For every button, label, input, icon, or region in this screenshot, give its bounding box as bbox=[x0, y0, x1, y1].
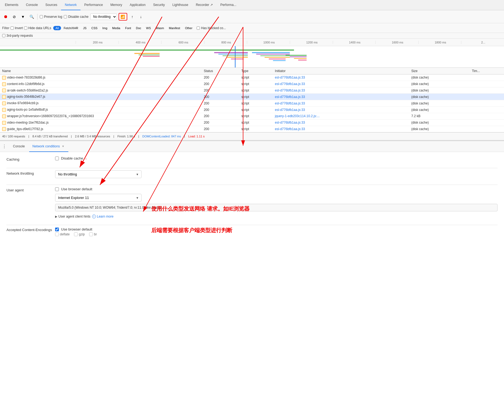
record-button[interactable]: ⏺ bbox=[2, 13, 9, 20]
learn-more-link[interactable]: Learn more bbox=[97, 215, 113, 218]
br-checkbox[interactable] bbox=[89, 232, 93, 236]
initiator-link[interactable]: esl-d776bfb1aa.js:33 bbox=[275, 89, 305, 92]
file-icon bbox=[2, 121, 6, 125]
initiator-link[interactable]: jquery-1-edb203c114.10.2.js:... bbox=[275, 114, 320, 118]
disable-cache-row: Disable cache · bbox=[55, 156, 498, 160]
table-row[interactable]: content-info-12dbf9fb6d.js 200 script es… bbox=[0, 81, 504, 87]
filter-type-media[interactable]: Media bbox=[110, 26, 122, 30]
initiator-link[interactable]: esl-d776bfb1aa.js:33 bbox=[275, 95, 305, 99]
export-har-button[interactable]: ↓ bbox=[137, 13, 145, 20]
filter-icon-button[interactable]: ▼ bbox=[19, 13, 26, 20]
tab-network[interactable]: Network bbox=[61, 0, 80, 10]
tab-console[interactable]: Console bbox=[22, 0, 42, 10]
initiator-link[interactable]: esl-d776bfb1aa.js:33 bbox=[275, 82, 305, 86]
user-agent-label: User agent bbox=[6, 187, 55, 218]
filter-type-wasm[interactable]: Wasm bbox=[154, 26, 166, 30]
deflate-checkbox-label[interactable]: deflate bbox=[55, 232, 70, 236]
deflate-checkbox[interactable] bbox=[55, 232, 59, 236]
timeline-tick: 400 ms bbox=[119, 41, 162, 44]
table-row[interactable]: ai-talk-switch-55b86ed2a2.js 200 script … bbox=[0, 87, 504, 94]
col-initiator[interactable]: Initiator bbox=[273, 68, 409, 74]
throttling-select[interactable]: No throttlingFast 3GSlow 3GOfflineAdd... bbox=[55, 170, 142, 178]
initiator-link[interactable]: esl-d776bfb1aa.js:33 bbox=[275, 76, 305, 79]
network-conditions-icon-button[interactable]: 📶 bbox=[119, 13, 127, 21]
svg-rect-14 bbox=[269, 59, 285, 59]
file-icon bbox=[2, 101, 6, 105]
close-network-conditions-button[interactable]: × bbox=[61, 144, 65, 148]
initiator-link[interactable]: esl-d776bfb1aa.js:33 bbox=[275, 121, 305, 124]
has-blocked-checkbox[interactable] bbox=[197, 26, 200, 30]
filter-type-font[interactable]: Font bbox=[123, 26, 133, 30]
tab-performance[interactable]: Performance bbox=[80, 0, 107, 10]
tab-lighthouse[interactable]: Lighthouse bbox=[169, 0, 192, 10]
dom-content-loaded: DOMContentLoaded: 847 ms bbox=[142, 135, 181, 138]
network-conditions-panel: Caching Disable cache · Network throttli… bbox=[0, 152, 504, 247]
filter-input-wrap: Filter Invert Hide data URLs bbox=[2, 26, 51, 30]
use-browser-default-enc-checkbox[interactable] bbox=[55, 228, 59, 231]
client-hints-row[interactable]: ▶ User agent client hints i Learn more bbox=[55, 215, 498, 218]
import-har-button[interactable]: ↑ bbox=[129, 13, 136, 20]
hide-data-urls-label[interactable]: Hide data URLs bbox=[24, 26, 51, 30]
third-party-label[interactable]: 3rd-party requests bbox=[2, 34, 502, 38]
three-dots-icon[interactable]: ⋮ bbox=[2, 144, 6, 149]
preserve-log-checkbox[interactable] bbox=[40, 15, 43, 18]
table-row[interactable]: wrapper.js?cdnversion=1688097202207&_=16… bbox=[0, 113, 504, 119]
ua-select[interactable]: Internet Explorer 11Chrome - MacChrome -… bbox=[55, 194, 142, 202]
table-row[interactable]: aging-tools-35648b2e67.js 200 script esl… bbox=[0, 94, 504, 100]
hide-data-urls-checkbox[interactable] bbox=[24, 26, 27, 30]
bottom-tab-network-conditions[interactable]: Network conditions × bbox=[29, 141, 68, 152]
col-type[interactable]: Type bbox=[239, 68, 273, 74]
initiator-link[interactable]: esl-d776bfb1aa.js:33 bbox=[275, 101, 305, 105]
use-browser-default-checkbox[interactable] bbox=[55, 187, 59, 191]
initiator-link[interactable]: esl-d776bfb1aa.js:33 bbox=[275, 127, 305, 131]
initiator-link[interactable]: esl-d776bfb1aa.js:33 bbox=[275, 108, 305, 112]
network-toolbar: ⏺ ⊘ ▼ 🔍 Preserve log Disable cache No th… bbox=[0, 10, 504, 23]
filter-type-fetch/xhr[interactable]: Fetch/XHR bbox=[62, 26, 80, 30]
timeline-header: 200 ms400 ms600 ms800 ms1000 ms1200 ms14… bbox=[0, 39, 504, 46]
filter-type-css[interactable]: CSS bbox=[89, 26, 100, 30]
filter-type-img[interactable]: Img bbox=[100, 26, 109, 30]
caching-section: Caching Disable cache · bbox=[6, 156, 498, 161]
filter-type-manifest[interactable]: Manifest bbox=[167, 26, 182, 30]
tab-application[interactable]: Application bbox=[126, 0, 149, 10]
table-row[interactable]: invoke-97e9694cb9.js 200 script esl-d776… bbox=[0, 100, 504, 107]
nc-disable-cache-checkbox[interactable] bbox=[55, 157, 59, 160]
table-row[interactable]: video-meeting-1be7f62dac.js 200 script e… bbox=[0, 119, 504, 126]
tab-recorder[interactable]: Recorder ↗ bbox=[192, 0, 217, 10]
filter-bar: Filter Invert Hide data URLs AllFetch/XH… bbox=[0, 23, 504, 33]
tab-memory[interactable]: Memory bbox=[107, 0, 126, 10]
search-button[interactable]: 🔍 bbox=[28, 13, 35, 20]
clear-button[interactable]: ⊘ bbox=[11, 13, 18, 20]
filter-type-other[interactable]: Other bbox=[183, 26, 195, 30]
col-name[interactable]: Name bbox=[0, 68, 201, 74]
preserve-log-label[interactable]: Preserve log bbox=[40, 15, 62, 19]
disable-cache-label[interactable]: Disable cache bbox=[64, 15, 88, 19]
svg-rect-18 bbox=[294, 58, 307, 59]
filter-type-all[interactable]: All bbox=[53, 26, 61, 30]
table-row[interactable]: guide_tips-d9e617f782.js 200 script esl-… bbox=[0, 126, 504, 132]
svg-rect-10 bbox=[252, 52, 290, 53]
third-party-checkbox[interactable] bbox=[2, 34, 5, 37]
invert-label[interactable]: Invert bbox=[11, 26, 23, 30]
gzip-checkbox[interactable] bbox=[74, 232, 78, 236]
tab-performance2[interactable]: Performa... bbox=[217, 0, 240, 10]
col-size[interactable]: Size bbox=[409, 68, 470, 74]
invert-checkbox[interactable] bbox=[11, 26, 14, 30]
filter-type-js[interactable]: JS bbox=[81, 26, 89, 30]
col-status[interactable]: Status bbox=[201, 68, 239, 74]
disable-cache-checkbox[interactable] bbox=[64, 15, 67, 18]
bottom-tab-console[interactable]: Console bbox=[10, 141, 28, 152]
tab-sources[interactable]: Sources bbox=[42, 0, 61, 10]
col-time[interactable]: Tim... bbox=[470, 68, 504, 74]
table-row[interactable]: video-meet-7833028d86.js 200 script esl-… bbox=[0, 74, 504, 81]
throttle-select[interactable]: No throttlingFast 3GSlow 3GOfflineAdd... bbox=[90, 13, 117, 20]
tab-security[interactable]: Security bbox=[149, 0, 169, 10]
table-row[interactable]: aging-tools-pc-1e5afe8bdf.js 200 script … bbox=[0, 107, 504, 113]
filter-type-doc[interactable]: Doc bbox=[134, 26, 143, 30]
transferred-size: 8.4 kB / 272 kB transferred bbox=[32, 135, 68, 138]
br-checkbox-label[interactable]: br bbox=[89, 232, 97, 236]
tab-elements[interactable]: Elements bbox=[1, 0, 22, 10]
gzip-checkbox-label[interactable]: gzip bbox=[74, 232, 85, 236]
has-blocked-label[interactable]: Has blocked co... bbox=[197, 26, 226, 30]
filter-type-ws[interactable]: WS bbox=[144, 26, 153, 30]
